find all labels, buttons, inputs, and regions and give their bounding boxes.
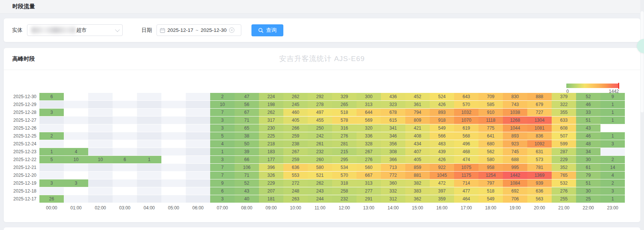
heatmap-cell[interactable]: 1 bbox=[600, 116, 625, 124]
clear-circle-icon[interactable] bbox=[229, 27, 235, 33]
heatmap-cell[interactable] bbox=[137, 116, 161, 124]
heatmap-cell[interactable]: 355 bbox=[552, 109, 576, 116]
heatmap-cell[interactable] bbox=[161, 195, 186, 203]
heatmap-cell[interactable]: 633 bbox=[552, 116, 576, 124]
heatmap-cell[interactable]: 524 bbox=[430, 93, 454, 100]
heatmap-cell[interactable]: 255 bbox=[552, 195, 576, 203]
heatmap-cell[interactable] bbox=[64, 132, 88, 140]
heatmap-cell[interactable]: 1038 bbox=[503, 109, 527, 116]
heatmap-cell[interactable]: 30 bbox=[576, 156, 600, 163]
heatmap-cell[interactable]: 3 bbox=[600, 187, 625, 195]
heatmap-cell[interactable]: 472 bbox=[430, 179, 454, 187]
heatmap-cell[interactable]: 888 bbox=[527, 93, 552, 100]
heatmap-cell[interactable]: 3 bbox=[600, 140, 625, 148]
heatmap-cell[interactable] bbox=[161, 164, 186, 171]
heatmap-cell[interactable]: 258 bbox=[332, 187, 357, 195]
heatmap-cell[interactable]: 568 bbox=[454, 132, 478, 140]
heatmap-cell[interactable]: 772 bbox=[381, 172, 405, 179]
heatmap-cell[interactable]: 10 bbox=[64, 156, 88, 163]
heatmap-cell[interactable]: 496 bbox=[454, 140, 478, 148]
heatmap-cell[interactable] bbox=[113, 187, 137, 195]
heatmap-cell[interactable]: 43 bbox=[235, 187, 259, 195]
heatmap-cell[interactable]: 276 bbox=[552, 187, 576, 195]
heatmap-cell[interactable] bbox=[161, 109, 186, 116]
heatmap-cell[interactable] bbox=[88, 187, 113, 195]
heatmap-cell[interactable]: 52 bbox=[576, 93, 600, 100]
heatmap-cell[interactable] bbox=[113, 195, 137, 203]
heatmap-cell[interactable] bbox=[137, 93, 161, 100]
heatmap-cell[interactable] bbox=[161, 179, 186, 187]
heatmap-cell[interactable]: 667 bbox=[357, 172, 381, 179]
heatmap-cell[interactable]: 7 bbox=[210, 172, 235, 179]
heatmap-cell[interactable]: 2 bbox=[600, 156, 625, 163]
heatmap-cell[interactable]: 794 bbox=[405, 109, 430, 116]
heatmap-cell[interactable]: 48 bbox=[576, 140, 600, 148]
heatmap-cell[interactable] bbox=[161, 132, 186, 140]
heatmap-cell[interactable] bbox=[88, 148, 113, 155]
heatmap-cell[interactable] bbox=[161, 172, 186, 179]
heatmap-cell[interactable]: 323 bbox=[381, 101, 405, 108]
heatmap-cell[interactable]: 61 bbox=[576, 164, 600, 171]
heatmap-cell[interactable] bbox=[186, 140, 210, 148]
heatmap-cell[interactable]: 1 bbox=[600, 132, 625, 140]
heatmap-cell[interactable]: 452 bbox=[405, 93, 430, 100]
heatmap-cell[interactable]: 518 bbox=[332, 109, 357, 116]
heatmap-cell[interactable]: 563 bbox=[527, 195, 552, 203]
heatmap-cell[interactable] bbox=[137, 195, 161, 203]
heatmap-cell[interactable]: 277 bbox=[357, 187, 381, 195]
heatmap-cell[interactable]: 346 bbox=[381, 132, 405, 140]
heatmap-cell[interactable]: 562 bbox=[478, 148, 503, 155]
heatmap-cell[interactable]: 50 bbox=[235, 140, 259, 148]
heatmap-cell[interactable]: 560 bbox=[357, 164, 381, 171]
heatmap-cell[interactable]: 580 bbox=[308, 164, 332, 171]
heatmap-cell[interactable]: 177 bbox=[259, 156, 283, 163]
heatmap-cell[interactable]: 463 bbox=[430, 140, 454, 148]
heatmap-cell[interactable]: 580 bbox=[478, 156, 503, 163]
heatmap-cell[interactable]: 30 bbox=[576, 187, 600, 195]
heatmap-cell[interactable] bbox=[113, 93, 137, 100]
heatmap-cell[interactable] bbox=[64, 124, 88, 132]
heatmap-cell[interactable] bbox=[137, 101, 161, 108]
heatmap-cell[interactable]: 1084 bbox=[503, 179, 527, 187]
heatmap-cell[interactable]: 224 bbox=[259, 93, 283, 100]
heatmap-cell[interactable]: 361 bbox=[405, 101, 430, 108]
heatmap-cell[interactable]: 1044 bbox=[503, 124, 527, 132]
heatmap-cell[interactable]: 4 bbox=[64, 148, 88, 155]
heatmap-cell[interactable]: 6 bbox=[39, 93, 64, 100]
heatmap-cell[interactable]: 859 bbox=[405, 164, 430, 171]
heatmap-cell[interactable]: 407 bbox=[405, 148, 430, 155]
heatmap-cell[interactable] bbox=[186, 195, 210, 203]
heatmap-cell[interactable]: 923 bbox=[503, 140, 527, 148]
heatmap-cell[interactable] bbox=[600, 124, 625, 132]
heatmap-cell[interactable]: 809 bbox=[405, 116, 430, 124]
heatmap-cell[interactable]: 238 bbox=[283, 140, 308, 148]
heatmap-cell[interactable]: 38 bbox=[235, 132, 259, 140]
heatmap-cell[interactable]: 291 bbox=[357, 195, 381, 203]
heatmap-cell[interactable]: 332 bbox=[381, 187, 405, 195]
heatmap-cell[interactable]: 225 bbox=[259, 132, 283, 140]
heatmap-cell[interactable]: 958 bbox=[478, 164, 503, 171]
heatmap-cell[interactable]: 262 bbox=[259, 109, 283, 116]
heatmap-cell[interactable]: 713 bbox=[381, 164, 405, 171]
heatmap-cell[interactable]: 243 bbox=[308, 187, 332, 195]
heatmap-cell[interactable]: 1 bbox=[39, 148, 64, 155]
heatmap-cell[interactable]: 1442 bbox=[503, 172, 527, 179]
heatmap-cell[interactable]: 34 bbox=[576, 148, 600, 155]
heatmap-cell[interactable]: 276 bbox=[357, 156, 381, 163]
heatmap-cell[interactable] bbox=[64, 116, 88, 124]
heatmap-cell[interactable] bbox=[113, 116, 137, 124]
heatmap-cell[interactable]: 43 bbox=[576, 124, 600, 132]
heatmap-cell[interactable]: 1 bbox=[210, 148, 235, 155]
heatmap-cell[interactable]: 608 bbox=[552, 124, 576, 132]
heatmap-cell[interactable]: 679 bbox=[527, 101, 552, 108]
heatmap-cell[interactable]: 262 bbox=[308, 179, 332, 187]
heatmap-cell[interactable]: 244 bbox=[308, 195, 332, 203]
heatmap-cell[interactable]: 67 bbox=[235, 109, 259, 116]
heatmap-cell[interactable]: 570 bbox=[332, 172, 357, 179]
heatmap-cell[interactable]: 455 bbox=[308, 116, 332, 124]
heatmap-cell[interactable] bbox=[64, 140, 88, 148]
heatmap-cell[interactable]: 79 bbox=[576, 172, 600, 179]
scrollbar-thumb[interactable] bbox=[641, 11, 644, 112]
heatmap-cell[interactable]: 267 bbox=[283, 148, 308, 155]
heatmap-cell[interactable]: 46 bbox=[576, 101, 600, 108]
